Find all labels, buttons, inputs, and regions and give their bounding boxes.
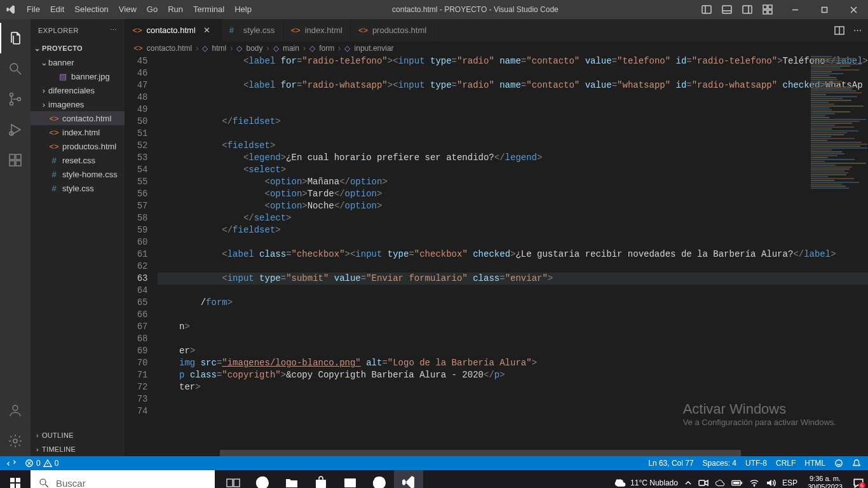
mail-icon[interactable]	[336, 470, 365, 488]
tab-index.html[interactable]: <>index.html	[283, 19, 351, 41]
chevron-right-icon: ›	[39, 100, 48, 109]
status-feedback-icon[interactable]	[830, 459, 848, 468]
activity-explorer[interactable]	[0, 23, 31, 53]
breadcrumb-form[interactable]: ◇ form	[309, 44, 334, 53]
menu-go[interactable]: Go	[142, 0, 163, 19]
status-language[interactable]: HTML	[800, 459, 830, 468]
window-close-button[interactable]	[839, 0, 868, 19]
file-explorer-icon[interactable]	[277, 470, 306, 488]
code-area[interactable]: 4546474849505152535455565758596061626364…	[125, 55, 868, 456]
svg-rect-40	[234, 479, 240, 487]
status-cursor-position[interactable]: Ln 63, Col 77	[644, 459, 698, 468]
tray-volume-icon[interactable]	[766, 478, 776, 488]
sidebar: EXPLORER ⋯ ⌄ PROYECTO ⌄banner▧banner.jpg…	[31, 19, 125, 456]
file-productos.html[interactable]: <>productos.html	[31, 139, 125, 153]
breadcrumb-body[interactable]: ◇ body	[236, 44, 262, 53]
status-encoding[interactable]: UTF-8	[741, 459, 771, 468]
breadcrumb-main[interactable]: ◇ main	[273, 44, 299, 53]
svg-point-50	[377, 480, 382, 485]
windows-taskbar: Buscar 11°C Nublado ESP 9:36 a. m. 30/05…	[0, 470, 868, 488]
window-minimize-button[interactable]	[780, 0, 810, 19]
menu-selection[interactable]: Selection	[69, 0, 113, 19]
horizontal-scrollbar[interactable]	[125, 450, 868, 456]
menu-view[interactable]: View	[114, 0, 142, 19]
file-contacto.html[interactable]: <>contacto.html	[31, 111, 125, 125]
menu-bar: FileEditSelectionViewGoRunTerminalHelp	[22, 0, 257, 19]
editor: <>contacto.html✕#style.css<>index.html<>…	[125, 19, 868, 456]
breadcrumb[interactable]: <> contacto.html›◇ html›◇ body›◇ main›◇ …	[125, 41, 868, 55]
split-editor-icon[interactable]	[834, 25, 844, 36]
activity-search[interactable]	[0, 53, 31, 84]
tray-notifications-icon[interactable]: 6	[853, 477, 864, 488]
status-remote[interactable]	[3, 459, 20, 468]
svg-point-32	[836, 460, 843, 467]
status-notifications-icon[interactable]	[848, 459, 865, 468]
svg-rect-43	[316, 480, 326, 488]
svg-rect-34	[16, 478, 20, 482]
status-problems[interactable]: 0 0	[20, 459, 63, 468]
activity-run-debug[interactable]	[0, 114, 31, 145]
breadcrumb-contacto.html[interactable]: <> contacto.html	[133, 44, 192, 53]
file-style-home.css[interactable]: #style-home.css	[31, 167, 125, 181]
vscode-taskbar-icon[interactable]	[394, 470, 423, 488]
tree-root[interactable]: ⌄ PROYECTO	[31, 41, 125, 55]
tab-productos.html[interactable]: <>productos.html	[351, 19, 435, 41]
tab-contacto.html[interactable]: <>contacto.html✕	[125, 19, 221, 41]
sidebar-more-icon[interactable]: ⋯	[110, 26, 118, 34]
breadcrumb-input.enviar[interactable]: ◇ input.enviar	[344, 44, 393, 53]
activity-settings[interactable]	[0, 426, 31, 456]
svg-point-51	[616, 479, 619, 482]
tray-clock[interactable]: 9:36 a. m. 30/05/2023	[804, 475, 846, 488]
menu-help[interactable]: Help	[229, 0, 257, 19]
task-view-icon[interactable]	[219, 470, 248, 488]
status-indentation[interactable]: Spaces: 4	[698, 459, 741, 468]
chrome-icon[interactable]	[365, 470, 394, 488]
tray-wifi-icon[interactable]	[749, 478, 759, 488]
code-content[interactable]: <label for="radio-telefono"><input type=…	[158, 55, 868, 456]
layout-controls[interactable]	[694, 4, 780, 15]
sidebar-section-outline[interactable]: ›OUTLINE	[31, 428, 125, 442]
breadcrumb-html[interactable]: ◇ html	[202, 44, 226, 53]
taskbar-apps	[219, 470, 423, 488]
svg-rect-45	[322, 482, 324, 484]
vscode-app-icon	[0, 4, 22, 15]
tab-style.css[interactable]: #style.css	[222, 19, 283, 41]
tray-battery-icon[interactable]	[731, 479, 743, 487]
tray-meet-now-icon[interactable]	[698, 478, 709, 488]
more-actions-icon[interactable]: ⋯	[853, 25, 862, 35]
file-style.css[interactable]: #style.css	[31, 181, 125, 195]
folder-banner[interactable]: ⌄banner	[31, 55, 125, 69]
file-banner.jpg[interactable]: ▧banner.jpg	[31, 69, 125, 83]
svg-rect-2	[722, 6, 731, 13]
tray-language[interactable]: ESP	[782, 478, 797, 487]
sidebar-section-timeline[interactable]: ›TIMELINE	[31, 442, 125, 456]
svg-rect-46	[318, 485, 321, 487]
editor-tabs: <>contacto.html✕#style.css<>index.html<>…	[125, 19, 868, 41]
tray-chevron-up-icon[interactable]	[684, 479, 692, 487]
activity-source-control[interactable]	[0, 84, 31, 114]
svg-rect-0	[702, 6, 711, 13]
window-maximize-button[interactable]	[810, 0, 839, 19]
tray-onedrive-icon[interactable]	[715, 478, 725, 488]
activity-extensions[interactable]	[0, 145, 31, 175]
microsoft-store-icon[interactable]	[306, 470, 336, 488]
edge-icon[interactable]	[248, 470, 277, 488]
svg-point-17	[10, 102, 13, 105]
weather-widget[interactable]: 11°C Nublado	[614, 477, 678, 488]
scrollbar-thumb[interactable]	[220, 450, 741, 456]
menu-terminal[interactable]: Terminal	[188, 0, 229, 19]
folder-imagenes[interactable]: ›imagenes	[31, 97, 125, 111]
minimap[interactable]	[798, 55, 868, 456]
status-eol[interactable]: CRLF	[771, 459, 800, 468]
file-reset.css[interactable]: #reset.css	[31, 153, 125, 167]
menu-run[interactable]: Run	[163, 0, 188, 19]
file-index.html[interactable]: <>index.html	[31, 125, 125, 139]
taskbar-search[interactable]: Buscar	[31, 470, 215, 488]
menu-file[interactable]: File	[22, 0, 45, 19]
start-button[interactable]	[0, 470, 31, 488]
svg-point-37	[40, 479, 46, 485]
folder-diferenciales[interactable]: ›diferenciales	[31, 83, 125, 97]
activity-accounts[interactable]	[0, 395, 31, 426]
close-icon[interactable]: ✕	[203, 25, 214, 35]
menu-edit[interactable]: Edit	[45, 0, 69, 19]
